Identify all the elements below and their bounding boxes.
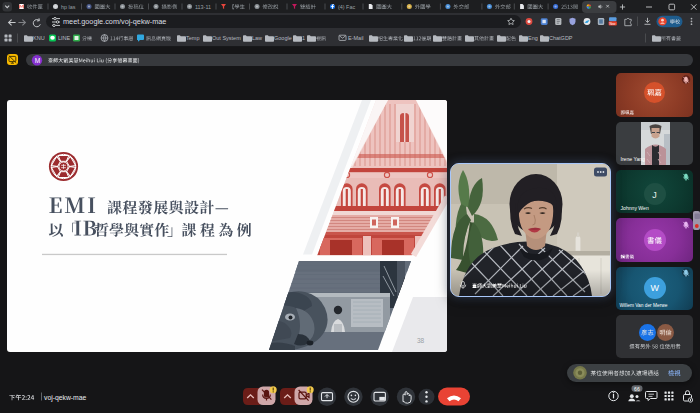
svg-text:66: 66 [634,386,640,392]
svg-text:Now: Now [609,22,616,26]
svg-text:W: W [651,283,660,293]
svg-text:voj-qekw-mae: voj-qekw-mae [44,394,87,402]
svg-text:meet.google.com/voj-qekw-mae: meet.google.com/voj-qekw-mae [63,17,166,26]
svg-text:(4) Fac: (4) Fac [338,4,355,10]
svg-text:Google: Google [274,35,292,41]
svg-text:J: J [652,190,657,200]
svg-text:Irene Yang: Irene Yang [621,156,646,162]
svg-text:hp las: hp las [61,4,76,10]
svg-text:LINE: LINE [58,35,71,41]
svg-text:ChatGDP: ChatGDP [549,35,573,41]
svg-text:Eng: Eng [528,35,538,41]
svg-text:KNU: KNU [33,35,45,41]
svg-text:113-11: 113-11 [195,4,211,10]
svg-text:Temp: Temp [186,35,199,41]
svg-text:Johnny Wen: Johnny Wen [621,205,649,211]
svg-text:E-Mail: E-Mail [348,35,364,41]
svg-text:38: 38 [417,337,425,344]
svg-text:M: M [35,57,41,64]
svg-text:Willem Van der Merwe: Willem Van der Merwe [620,303,668,308]
svg-text:Law: Law [252,35,262,41]
svg-text:1: 1 [302,35,305,41]
svg-text:Out System: Out System [212,35,241,41]
